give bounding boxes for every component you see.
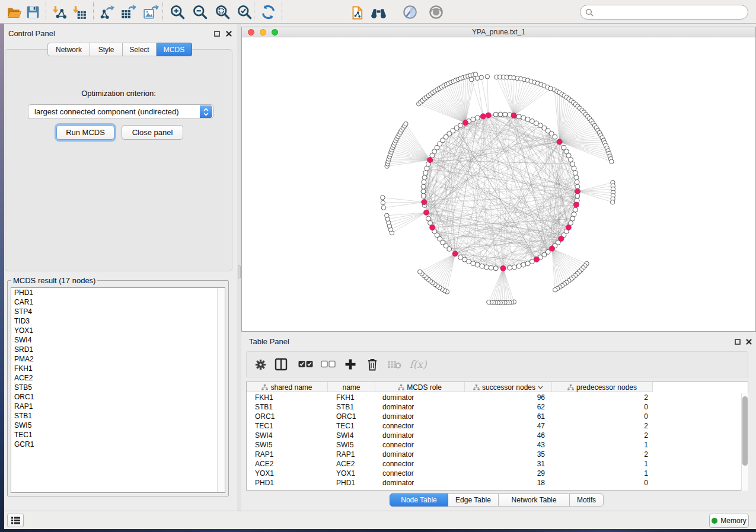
mcds-list-item[interactable]: STB5 [11, 383, 225, 392]
float-icon [214, 31, 220, 37]
mcds-list-item[interactable]: SRD1 [11, 345, 225, 354]
column-header-successor-nodes[interactable]: successor nodes [465, 382, 552, 392]
org-chart-icon [567, 384, 574, 390]
tab-network[interactable]: Network [47, 43, 90, 56]
memory-button[interactable]: Memory [709, 514, 749, 528]
table-row[interactable]: PHD1PHD1dominator180 [247, 478, 740, 488]
show-log-button[interactable] [7, 514, 24, 527]
import-network-button[interactable] [51, 4, 67, 20]
column-header-shared-name[interactable]: shared name [247, 382, 328, 392]
import-table-icon [72, 5, 87, 20]
show-columns-button[interactable] [273, 357, 289, 372]
mcds-list-item[interactable]: FKH1 [11, 364, 225, 373]
optimization-criterion-dropdown[interactable]: largest connected component (undirected) [28, 104, 213, 119]
close-table-panel-button[interactable] [745, 338, 752, 345]
deselect-all-button[interactable] [320, 357, 336, 372]
tab-motifs[interactable]: Motifs [570, 493, 604, 507]
mcds-list-item[interactable]: ACE2 [11, 373, 225, 383]
tab-node-table[interactable]: Node Table [390, 493, 448, 507]
zoom-out-button[interactable] [192, 4, 208, 20]
float-panel-button[interactable] [213, 30, 221, 37]
delete-column-button[interactable] [365, 357, 380, 372]
table-scrollbar-thumb[interactable] [742, 396, 748, 466]
mcds-list-item[interactable]: PMA2 [11, 354, 225, 364]
mcds-list-item[interactable]: SWI4 [11, 335, 225, 345]
mcds-list-item[interactable]: PHD1 [11, 288, 225, 297]
table-scrollbar[interactable] [741, 393, 748, 491]
table-cell: FKH1 [328, 393, 375, 402]
mcds-list-item[interactable]: SWI5 [11, 421, 225, 430]
zoom-in-button[interactable] [170, 4, 186, 20]
table-row[interactable]: SWI5SWI5connector431 [247, 440, 740, 450]
control-panel: Control Panel Network Style Select MCDS … [4, 24, 237, 511]
table-options-button[interactable] [253, 357, 268, 372]
search-network-button[interactable] [371, 4, 387, 20]
mcds-list-item[interactable]: STP4 [11, 307, 225, 316]
mcds-list-item[interactable]: TEC1 [11, 430, 225, 440]
mcds-list-item[interactable]: GCR1 [11, 440, 225, 449]
add-column-button[interactable] [343, 357, 358, 372]
table-row[interactable]: RAP1RAP1dominator352 [247, 450, 740, 459]
table-row[interactable]: YOX1YOX1connector291 [247, 469, 740, 478]
import-network-icon [52, 5, 67, 20]
network-canvas[interactable] [242, 37, 755, 331]
mcds-list-scrollbar[interactable] [217, 288, 225, 492]
table-row[interactable]: ACE2ACE2connector311 [247, 459, 740, 469]
export-table-button[interactable] [120, 4, 136, 20]
column-header-MCDS-role[interactable]: MCDS role [375, 382, 465, 392]
mcds-result-list[interactable]: PHD1CAR1STP4TID3YOX1SWI4SRD1PMA2FKH1ACE2… [11, 287, 225, 493]
tab-style[interactable]: Style [90, 43, 123, 56]
table-cell: dominator [375, 450, 465, 459]
tab-select[interactable]: Select [123, 43, 157, 56]
splitter-grip[interactable] [238, 265, 241, 278]
mcds-tab-body: Optimization criterion: largest connecte… [5, 49, 232, 271]
float-table-panel-button[interactable] [733, 338, 741, 345]
table-row[interactable]: SWI4SWI4dominator462 [247, 431, 740, 440]
column-header-name[interactable]: name [328, 382, 375, 392]
column-header-label: predecessor nodes [576, 383, 637, 392]
table-cell: SWI5 [328, 440, 375, 450]
mcds-list-item[interactable]: TID3 [11, 316, 225, 326]
tab-edge-table[interactable]: Edge Table [448, 493, 499, 507]
mcds-list-item[interactable]: STB1 [11, 411, 225, 421]
import-table-button[interactable] [71, 4, 87, 20]
table-row[interactable]: ORC1ORC1dominator610 [247, 412, 740, 421]
save-session-button[interactable] [25, 4, 41, 20]
close-panel-button[interactable] [225, 30, 232, 37]
toggle-graphics-details-button[interactable] [402, 4, 418, 20]
table-cell: PHD1 [328, 478, 375, 488]
export-image-button[interactable] [143, 4, 159, 20]
tab-mcds[interactable]: MCDS [157, 43, 192, 56]
mcds-list-item[interactable]: CAR1 [11, 297, 225, 307]
close-panel-action-button[interactable]: Close panel [122, 125, 183, 140]
zoom-selected-button[interactable] [237, 4, 253, 20]
run-mcds-button[interactable]: Run MCDS [56, 125, 114, 140]
zoom-out-icon [192, 4, 208, 20]
show-hide-button[interactable] [428, 4, 444, 20]
mcds-list-item[interactable]: YOX1 [11, 326, 225, 335]
tab-network-table[interactable]: Network Table [499, 493, 570, 507]
export-network-button[interactable] [99, 4, 115, 20]
plus-icon [344, 358, 356, 370]
toolbar-separator [46, 2, 46, 21]
table-row[interactable]: FKH1FKH1dominator962 [247, 393, 740, 402]
search-input[interactable] [597, 6, 744, 18]
refresh-layout-button[interactable] [260, 4, 276, 20]
network-document-button[interactable] [350, 4, 366, 20]
column-header-predecessor-nodes[interactable]: predecessor nodes [552, 382, 653, 392]
network-window-titlebar[interactable]: YPA_prune.txt_1 [242, 27, 755, 37]
table-row[interactable]: STB1STB1dominator620 [247, 402, 740, 412]
select-all-button[interactable] [298, 357, 313, 372]
table-cell: 43 [465, 440, 552, 450]
vertical-splitter[interactable] [237, 24, 241, 511]
table-cell: 0 [552, 478, 653, 488]
open-file-button[interactable] [6, 4, 22, 20]
delete-table-button [387, 357, 402, 372]
zoom-fit-button[interactable] [215, 4, 231, 20]
table-cell: STB1 [328, 402, 375, 412]
mcds-list-item[interactable]: ORC1 [11, 392, 225, 402]
mcds-list-item[interactable]: RAP1 [11, 402, 225, 411]
table-row[interactable]: TEC1TEC1connector472 [247, 421, 740, 431]
table-cell: 2 [552, 431, 653, 440]
delete-table-icon [387, 360, 401, 369]
